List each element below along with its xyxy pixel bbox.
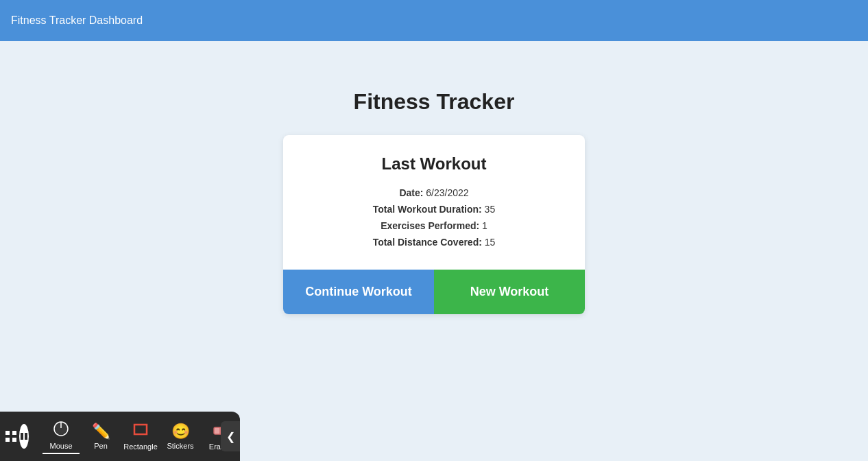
header-title: Fitness Tracker Dashboard (11, 14, 143, 27)
svg-rect-0 (5, 431, 10, 435)
toolbar-pen-tool[interactable]: ✏️ Pen (82, 420, 119, 453)
pen-label: Pen (94, 442, 108, 450)
date-row: Date: 6/23/2022 (305, 187, 563, 198)
continue-workout-button[interactable]: Continue Workout (283, 270, 434, 314)
toolbar-stickers-tool[interactable]: 😊 Stickers (162, 420, 199, 453)
stickers-label: Stickers (167, 442, 193, 450)
exercises-label: Exercises Performed: (381, 220, 479, 231)
mouse-icon (53, 421, 69, 440)
svg-rect-8 (134, 425, 147, 434)
duration-row: Total Workout Duration: 35 (305, 204, 563, 215)
distance-label: Total Distance Covered: (373, 237, 482, 248)
mouse-label: Mouse (49, 442, 72, 450)
svg-rect-4 (21, 433, 23, 440)
distance-val: 15 (485, 237, 496, 248)
main-content: Fitness Tracker Last Workout Date: 6/23/… (0, 41, 868, 314)
duration-val: 35 (485, 204, 496, 215)
distance-row: Total Distance Covered: 15 (305, 237, 563, 248)
toolbar-grid-button[interactable] (5, 425, 16, 447)
workout-card: Last Workout Date: 6/23/2022 Total Worko… (283, 135, 585, 314)
card-title: Last Workout (305, 154, 563, 174)
svg-rect-3 (12, 438, 16, 442)
svg-rect-2 (5, 438, 10, 442)
app-header: Fitness Tracker Dashboard (0, 0, 868, 41)
toolbar-collapse-button[interactable]: ❮ (221, 421, 240, 451)
page-title: Fitness Tracker (354, 89, 515, 115)
card-body: Last Workout Date: 6/23/2022 Total Worko… (283, 135, 585, 270)
toolbar-pause-button[interactable] (19, 424, 29, 449)
bottom-toolbar: Mouse ✏️ Pen Rectangle 😊 Stickers Eraser… (0, 412, 240, 461)
new-workout-button[interactable]: New Workout (434, 270, 585, 314)
rectangle-label: Rectangle (123, 442, 158, 451)
svg-rect-5 (25, 433, 27, 440)
collapse-icon: ❮ (226, 430, 235, 443)
rectangle-icon (133, 422, 148, 441)
svg-rect-1 (12, 431, 16, 435)
exercises-row: Exercises Performed: 1 (305, 220, 563, 231)
toolbar-mouse-tool[interactable]: Mouse (43, 418, 80, 454)
toolbar-rectangle-tool[interactable]: Rectangle (122, 419, 159, 453)
date-value: 6/23/2022 (426, 187, 468, 198)
card-buttons: Continue Workout New Workout (283, 270, 585, 314)
pen-icon: ✏️ (92, 423, 110, 440)
duration-label: Total Workout Duration: (373, 204, 482, 215)
stickers-icon: 😊 (171, 423, 190, 440)
exercises-val: 1 (482, 220, 487, 231)
date-label: Date: (399, 187, 423, 198)
